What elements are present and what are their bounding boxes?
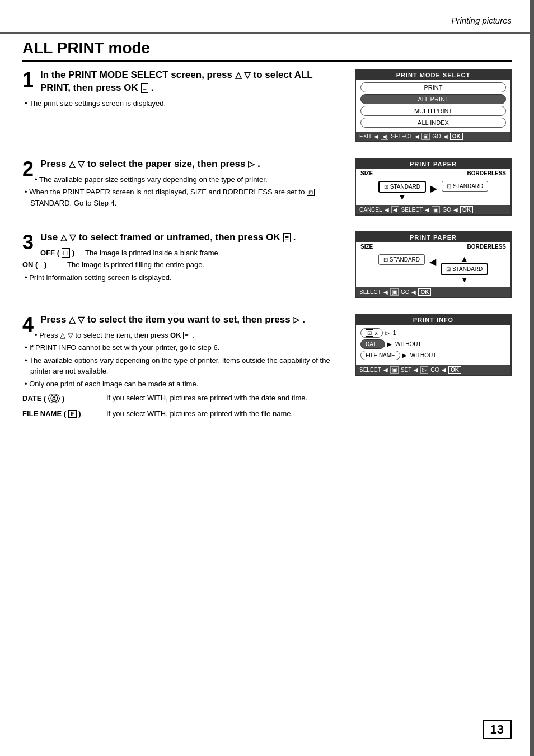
select-label: SELECT [391, 133, 413, 139]
page-title: Printing pictures [451, 16, 512, 25]
print-paper-panel-1: PRINT PAPER SIZE BORDERLESS ⊡ STANDARD ▼ [355, 158, 512, 216]
pp1-btn1-col: ⊡ STANDARD ▼ [378, 181, 426, 202]
pi-footer: SELECT ◀ ▣ SET ◀ ▷ GO ◀ OK [356, 365, 510, 375]
cancel-arrow: ◀ [385, 207, 389, 213]
step-1-bullets: The print size settings screen is displa… [22, 98, 344, 109]
pi-row-2: DATE ▶ WITHOUT [360, 339, 506, 349]
go-arrow: ◀ [443, 133, 448, 139]
on-desc: The image is printed filling the entire … [67, 260, 344, 269]
pms-item-allprint: ALL PRINT [360, 94, 506, 104]
step-1-panel: PRINT MODE SELECT PRINT ALL PRINT MULTI … [355, 69, 512, 142]
pp2-title: PRINT PAPER [356, 232, 510, 242]
step-3-subitems: OFF ( □ ) The image is printed inside a … [22, 249, 344, 269]
step-2: 2 Press △ ▽ to select the paper size, th… [22, 158, 512, 216]
select-label3: SELECT [359, 289, 381, 295]
page-number: 13 [483, 720, 512, 739]
set-arrow: ◀ [414, 367, 418, 373]
pp1-footer: CANCEL ◀ ◀ SELECT ◀ ▣ GO ◀ OK [356, 205, 510, 214]
date-label: DATE ( ⓓ ) [22, 394, 106, 404]
step-4-bullet-4: Only one print of each image can be made… [25, 379, 344, 390]
step-4-bullet-1: Press △ ▽ to select the item, then press… [25, 330, 344, 341]
step-2-number: 2 [22, 159, 34, 179]
pp1-title: PRINT PAPER [356, 159, 510, 169]
exit-label: EXIT [359, 133, 372, 139]
select-icon3: ▣ [390, 288, 399, 296]
step-4-panel: PRINT INFO ⊡ x ▷ 1 DATE ▶ WITHOUT [355, 314, 512, 376]
filename-label: FILE NAME ( 𝔽 ) [22, 409, 106, 418]
pp1-arrow-down: ▼ [398, 193, 406, 202]
pms-item-print: PRINT [360, 82, 506, 92]
step-3-bullet-1: Print information setting screen is disp… [25, 272, 344, 283]
exit-arrow: ◀ [374, 133, 378, 139]
pp1-printer-icon2: ⊡ [447, 183, 451, 189]
go-arrow3: ◀ [411, 289, 416, 295]
step-4: 4 Press △ ▽ to select the item you want … [22, 314, 512, 423]
exit-icon: ◀ [381, 133, 388, 140]
pp1-btn2-col: ⊡ STANDARD [442, 181, 488, 202]
step-4-number: 4 [22, 315, 34, 335]
pp1-size-label: SIZE [360, 170, 373, 176]
pp2-btn2-label: STANDARD [452, 266, 483, 272]
select-arrow2: ◀ [425, 207, 429, 213]
step-3-panel: PRINT PAPER SIZE BORDERLESS ⊡ STANDARD ◀ [355, 231, 512, 298]
pp1-subheader: SIZE BORDERLESS [356, 169, 510, 178]
select-icon: ▣ [421, 133, 430, 140]
step-1: 1 In the PRINT MODE SELECT screen, press… [22, 69, 512, 142]
step-2-bullet-1: The available paper size settings vary d… [25, 174, 344, 185]
date-desc: If you select WITH, pictures are printed… [106, 394, 344, 404]
pp2-subheader: SIZE BORDERLESS [356, 242, 510, 251]
pi-tri-2: ▶ [387, 341, 392, 347]
pi-row-3: FILE NAME ▶ WITHOUT [360, 351, 506, 360]
pi-value-2: WITHOUT [395, 341, 421, 347]
go-label3: GO [401, 289, 410, 295]
set-icon: ▷ [420, 366, 428, 374]
ok-btn4: OK [448, 366, 461, 374]
step-3-on-row: ON ( ) The image is printed filling the … [22, 260, 344, 269]
header-bar: Printing pictures [0, 0, 534, 34]
go-label4: GO [430, 367, 439, 373]
step-4-left: 4 Press △ ▽ to select the item you want … [22, 314, 355, 423]
pp2-buttons: ⊡ STANDARD ◀ ▲ ⊡ STANDARD ▼ [356, 251, 510, 287]
pp2-borderless-label: BORDERLESS [467, 244, 506, 250]
pp2-arrow-up: ▲ [461, 254, 469, 263]
go-arrow4: ◀ [442, 367, 446, 373]
pp2-arrow-down: ▼ [461, 275, 469, 284]
pp2-printer-icon: ⊡ [383, 256, 388, 263]
pi-tri-1: ▷ [385, 330, 390, 336]
off-label: OFF ( □ ) [40, 249, 85, 257]
steps-container: 1 In the PRINT MODE SELECT screen, press… [22, 69, 512, 423]
pp1-buttons: ⊡ STANDARD ▼ ▶ ⊡ STANDARD [356, 178, 510, 205]
step-3-off-row: OFF ( □ ) The image is printed inside a … [40, 249, 344, 257]
pi-btn-filename: FILE NAME [360, 351, 400, 360]
step-3: 3 Use △ ▽ to select framed or unframed, … [22, 231, 512, 298]
cancel-icon: ◀ [391, 206, 399, 213]
pp2-printer-icon2: ⊡ [446, 266, 451, 272]
pms-footer: EXIT ◀ ◀ SELECT ◀ ▣ GO ◀ OK [356, 132, 510, 141]
pms-title: PRINT MODE SELECT [356, 70, 510, 80]
step-2-bullets: The available paper size settings vary d… [22, 174, 344, 209]
ok-btn2: OK [460, 206, 473, 213]
step-4-bullets: Press △ ▽ to select the item, then press… [22, 330, 344, 390]
pp2-size-label: SIZE [360, 244, 373, 250]
print-info-panel: PRINT INFO ⊡ x ▷ 1 DATE ▶ WITHOUT [355, 314, 512, 376]
off-desc: The image is printed inside a blank fram… [85, 249, 344, 257]
pp2-btn1: ⊡ STANDARD [378, 254, 425, 265]
pp1-borderless-label: BORDERLESS [467, 170, 506, 176]
pms-item-allindex: ALL INDEX [360, 118, 506, 128]
filename-row: FILE NAME ( 𝔽 ) If you select WITH, pict… [22, 409, 344, 418]
go-label2: GO [442, 207, 451, 213]
pi-title: PRINT INFO [356, 315, 510, 325]
date-filename-section: DATE ( ⓓ ) If you select WITH, pictures … [22, 394, 344, 418]
select-icon4: ▣ [390, 366, 399, 374]
step-4-bullet-2: If PRINT INFO cannot be set with your pr… [25, 342, 344, 353]
step-2-bullet-2: When the PRINT PAPER screen is not displ… [25, 186, 344, 208]
section-title: ALL PRINT mode [22, 39, 512, 62]
step-2-panel: PRINT PAPER SIZE BORDERLESS ⊡ STANDARD ▼ [355, 158, 512, 216]
pi-value-3: WITHOUT [410, 352, 437, 358]
pi-row-1: ⊡ x ▷ 1 [360, 328, 506, 338]
pp1-btn2-label: STANDARD [453, 183, 483, 189]
select-arrow3: ◀ [383, 289, 388, 295]
pp2-footer: SELECT ◀ ▣ GO ◀ OK [356, 287, 510, 297]
step-3-number: 3 [22, 232, 34, 253]
pp2-btn1-col: ⊡ STANDARD [378, 254, 425, 284]
